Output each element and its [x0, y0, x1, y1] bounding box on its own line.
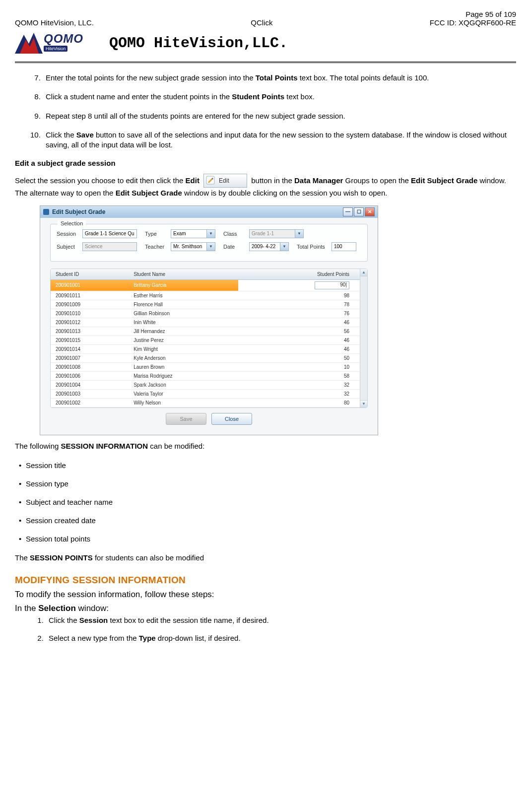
table-row[interactable]: 200901015Justine Perez46 [51, 336, 367, 344]
chevron-down-icon: ▼ [206, 230, 215, 238]
step-7: Enter the total points for the new subje… [43, 73, 516, 83]
table-row[interactable]: 200901014Kim Wright46 [51, 344, 367, 353]
logo: QOMO HiteVision [15, 29, 89, 58]
type-dropdown[interactable]: Exam▼ [171, 229, 215, 238]
minimize-button[interactable]: — [343, 207, 353, 216]
subject-input: Science [82, 242, 137, 251]
scroll-down-icon[interactable]: ▼ [360, 400, 367, 407]
total-points-input[interactable]: 100 [332, 242, 356, 251]
following-line: The following SESSION INFORMATION can be… [15, 441, 516, 451]
header-center: QClick [251, 18, 272, 27]
class-dropdown: Grade 1-1▼ [249, 229, 304, 238]
modifying-steps: Click the Session text box to edit the s… [15, 615, 516, 644]
pencil-icon [206, 176, 215, 185]
close-window-button[interactable]: Close [211, 413, 252, 425]
list-item: Session type [26, 479, 516, 488]
step-9: Repeat step 8 until all of the students … [43, 111, 516, 121]
logo-text: QOMO [44, 32, 83, 46]
col-student-points[interactable]: Student Points [238, 269, 367, 280]
bullet-list: Session titleSession typeSubject and tea… [15, 461, 516, 543]
mod-step-2: Select a new type from the Type drop-dow… [46, 633, 516, 643]
table-row[interactable]: 200901010Gillian Robinson76 [51, 309, 367, 318]
step-10: Click the Save button to save all of the… [43, 130, 516, 150]
window-title: Edit Subject Grade [43, 208, 105, 215]
list-item: Session created date [26, 516, 516, 525]
company-title: QOMO HiteVision,LLC. [109, 35, 288, 52]
header-right: FCC ID: XQGQRF600-RE [430, 18, 516, 27]
table-row[interactable]: 200901002Willy Nelson80 [51, 398, 367, 407]
table-row[interactable]: 200901012Inin White46 [51, 318, 367, 327]
chevron-down-icon: ▼ [295, 230, 303, 238]
table-row[interactable]: 200901004Spark Jackson32 [51, 380, 367, 389]
page-number: Page 95 of 109 [465, 10, 516, 18]
step-8: Click a student name and enter the stude… [43, 92, 516, 102]
header-left: QOMO HiteVision, LLC. [15, 18, 94, 27]
list-item: Subject and teacher name [26, 498, 516, 506]
table-row[interactable]: 200901011Esther Harris98 [51, 291, 367, 300]
selection-legend: Selection [58, 220, 86, 226]
mod-step-1: Click the Session text box to edit the s… [46, 615, 516, 625]
table-row[interactable]: 200901001Brittany Garcia90| [51, 279, 367, 291]
logo-icon [15, 29, 43, 54]
chevron-down-icon: ▼ [280, 243, 288, 251]
edit-paragraph: Select the session you choose to edit th… [15, 174, 516, 198]
scrollbar[interactable]: ▲ ▼ [360, 269, 367, 407]
col-student-name[interactable]: Student Name [129, 269, 238, 280]
table-row[interactable]: 200901008Lauren Brown10 [51, 362, 367, 371]
teacher-dropdown[interactable]: Mr. Smithson▼ [171, 242, 215, 251]
scroll-up-icon[interactable]: ▲ [360, 269, 367, 276]
selection-group: Selection SessionGrade 1-1 Science Qu Ty… [50, 224, 368, 262]
table-row[interactable]: 200901009Florence Hall78 [51, 300, 367, 309]
chevron-down-icon: ▼ [206, 243, 215, 251]
session-points-line: The SESSION POINTS for students can also… [15, 553, 516, 563]
in-selection-line: In the Selection window: [15, 604, 516, 613]
close-button[interactable]: ✕ [365, 207, 375, 216]
table-row[interactable]: 200901006Marisa Rodriguez58 [51, 371, 367, 380]
col-student-id[interactable]: Student ID [51, 269, 129, 280]
list-item: Session title [26, 461, 516, 470]
edit-section-title: Edit a subject grade session [15, 159, 516, 167]
table-row[interactable]: 200901013Jill Hernandez56 [51, 327, 367, 336]
students-table: Student ID Student Name Student Points 2… [51, 269, 367, 407]
date-picker[interactable]: 2009- 4-22▼ [249, 242, 289, 251]
numbered-steps: Enter the total points for the new subje… [15, 73, 516, 150]
logo-subtext: HiteVision [44, 46, 67, 52]
edit-subject-grade-window: Edit Subject Grade — ☐ ✕ Selection Sessi… [40, 205, 378, 435]
edit-button-image: Edit [203, 174, 247, 188]
modifying-heading: MODIFYING SESSION INFORMATION [15, 575, 516, 586]
student-points-input[interactable]: 90| [315, 281, 349, 289]
save-button: Save [166, 413, 206, 425]
session-input[interactable]: Grade 1-1 Science Qu [82, 229, 137, 238]
table-row[interactable]: 200901007Kyle Anderson50 [51, 353, 367, 362]
table-row[interactable]: 200901003Valeria Taylor32 [51, 389, 367, 398]
list-item: Session total points [26, 535, 516, 543]
maximize-button[interactable]: ☐ [354, 207, 364, 216]
modifying-intro: To modify the session information, follo… [15, 590, 516, 600]
